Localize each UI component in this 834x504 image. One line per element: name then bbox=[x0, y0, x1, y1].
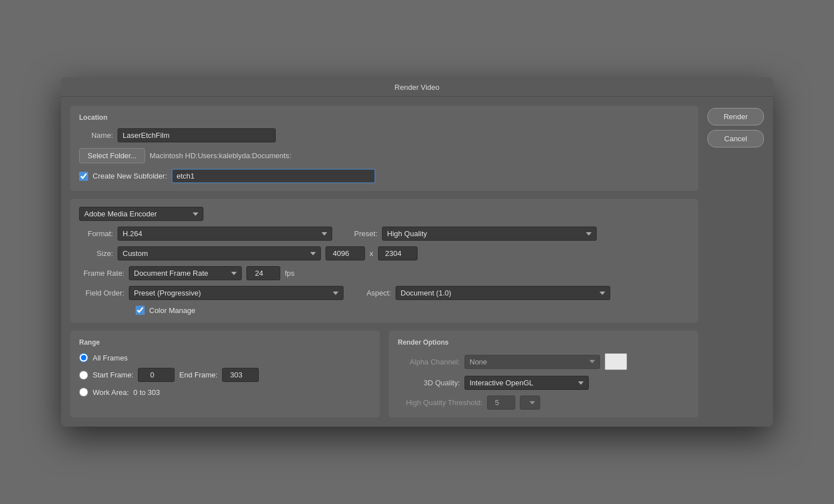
create-subfolder-checkbox[interactable] bbox=[79, 172, 88, 181]
bottom-row: Range All Frames Start Frame: End Frame: bbox=[70, 331, 698, 418]
encoder-row: Adobe Media Encoder bbox=[79, 207, 689, 221]
quality-3d-row: 3D Quality: Interactive OpenGL bbox=[398, 376, 689, 390]
main-content: Location Name: Select Folder... Macintos… bbox=[70, 106, 698, 418]
work-area-radio[interactable] bbox=[79, 388, 88, 397]
render-options-section: Render Options Alpha Channel: None 3D Qu… bbox=[389, 331, 698, 418]
format-select[interactable]: H.264 bbox=[118, 227, 332, 241]
subfolder-label: Create New Subfolder: bbox=[93, 172, 167, 180]
encoder-section: Adobe Media Encoder Format: H.264 Preset… bbox=[70, 199, 698, 323]
start-end-row: Start Frame: End Frame: bbox=[79, 368, 371, 382]
fieldorder-aspect-row: Field Order: Preset (Progressive) Aspect… bbox=[79, 286, 689, 300]
end-frame-input[interactable] bbox=[222, 368, 259, 382]
fieldorder-label: Field Order: bbox=[79, 289, 124, 297]
size-label: Size: bbox=[79, 249, 113, 258]
subfolder-row: Create New Subfolder: bbox=[79, 169, 689, 183]
width-input[interactable] bbox=[325, 246, 365, 260]
size-select[interactable]: Custom bbox=[118, 246, 321, 260]
threshold-input[interactable] bbox=[487, 396, 515, 410]
threshold-label: High Quality Threshold: bbox=[398, 398, 483, 407]
preset-label: Preset: bbox=[344, 229, 377, 238]
render-video-dialog: Render Video Location Name: Select Folde… bbox=[61, 77, 773, 427]
start-frame-label: Start Frame: bbox=[93, 371, 133, 379]
start-frame-input[interactable] bbox=[138, 368, 175, 382]
folder-row: Select Folder... Macintosh HD:Users:kale… bbox=[79, 148, 689, 163]
subfolder-input[interactable] bbox=[172, 169, 375, 183]
range-section: Range All Frames Start Frame: End Frame: bbox=[70, 331, 380, 418]
range-title: Range bbox=[79, 338, 371, 346]
fieldorder-select[interactable]: Preset (Progressive) bbox=[129, 286, 344, 300]
framerate-label: Frame Rate: bbox=[79, 269, 124, 277]
format-preset-row: Format: H.264 Preset: High Quality bbox=[79, 227, 689, 241]
fps-label: fps bbox=[285, 269, 294, 277]
all-frames-radio[interactable] bbox=[79, 353, 88, 362]
subfolder-checkbox-row: Create New Subfolder: bbox=[79, 172, 167, 181]
render-options-title: Render Options bbox=[398, 338, 689, 346]
all-frames-row: All Frames bbox=[79, 353, 371, 362]
quality-3d-select[interactable]: Interactive OpenGL bbox=[464, 376, 589, 390]
encoder-select[interactable]: Adobe Media Encoder bbox=[79, 207, 203, 221]
work-area-label: Work Area: bbox=[93, 388, 129, 397]
work-area-row: Work Area: 0 to 303 bbox=[79, 388, 371, 397]
name-label: Name: bbox=[79, 131, 113, 140]
color-manage-checkbox[interactable] bbox=[136, 306, 145, 315]
aspect-select[interactable]: Document (1.0) bbox=[396, 286, 610, 300]
cancel-button[interactable]: Cancel bbox=[707, 130, 764, 147]
height-input[interactable] bbox=[378, 246, 418, 260]
threshold-dropdown[interactable] bbox=[520, 396, 540, 410]
fps-input[interactable] bbox=[246, 266, 280, 280]
render-button[interactable]: Render bbox=[707, 108, 764, 125]
alpha-channel-label: Alpha Channel: bbox=[398, 358, 460, 366]
name-row: Name: bbox=[79, 128, 689, 142]
alpha-channel-row: Alpha Channel: None bbox=[398, 353, 689, 370]
color-manage-row: Color Manage bbox=[79, 306, 689, 315]
side-buttons: Render Cancel bbox=[707, 106, 764, 418]
select-folder-button[interactable]: Select Folder... bbox=[79, 148, 145, 163]
color-manage-label: Color Manage bbox=[149, 306, 196, 315]
folder-path: Macintosh HD:Users:kaleblyda:Documents: bbox=[150, 151, 292, 160]
framerate-select[interactable]: Document Frame Rate bbox=[129, 266, 242, 280]
end-frame-label: End Frame: bbox=[179, 371, 218, 379]
threshold-row: High Quality Threshold: bbox=[398, 396, 689, 410]
work-area-value: 0 to 303 bbox=[133, 388, 160, 397]
start-end-radio[interactable] bbox=[79, 371, 88, 380]
quality-3d-label: 3D Quality: bbox=[398, 379, 460, 387]
size-row: Size: Custom x bbox=[79, 246, 689, 260]
all-frames-label: All Frames bbox=[93, 354, 128, 362]
alpha-channel-select[interactable]: None bbox=[464, 355, 600, 369]
framerate-row: Frame Rate: Document Frame Rate fps bbox=[79, 266, 689, 280]
dialog-title: Render Video bbox=[61, 77, 773, 97]
alpha-preview bbox=[605, 353, 627, 370]
color-manage-checkbox-row: Color Manage bbox=[136, 306, 196, 315]
format-label: Format: bbox=[79, 229, 113, 238]
name-input[interactable] bbox=[118, 128, 276, 142]
x-separator: x bbox=[370, 249, 373, 258]
location-section: Location Name: Select Folder... Macintos… bbox=[70, 106, 698, 191]
location-title: Location bbox=[79, 114, 689, 121]
preset-select[interactable]: High Quality bbox=[382, 227, 597, 241]
aspect-label: Aspect: bbox=[357, 289, 391, 297]
